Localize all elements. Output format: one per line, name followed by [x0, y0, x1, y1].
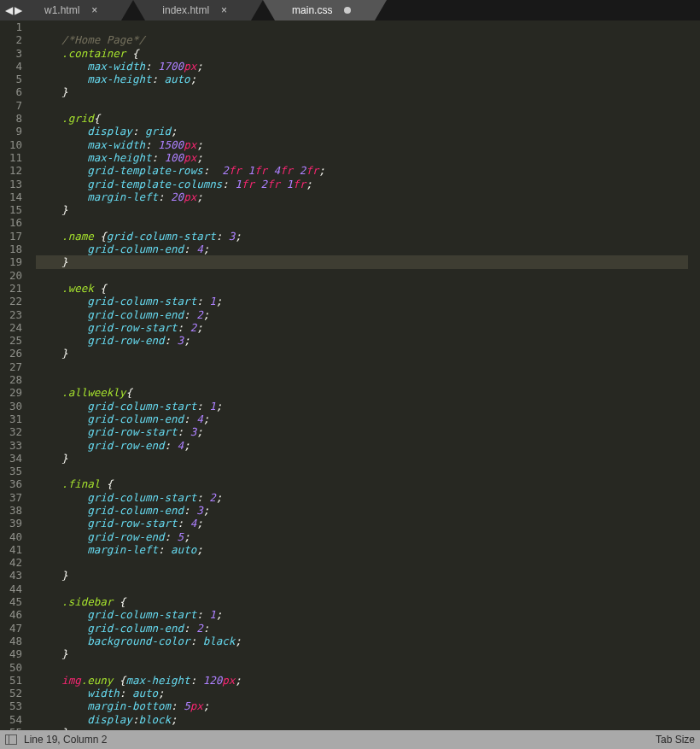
code-line[interactable]: [36, 661, 688, 674]
line-number: 22: [0, 295, 22, 307]
line-number: 33: [0, 439, 22, 452]
line-number: 51: [0, 674, 22, 687]
code-line[interactable]: max-width: 1700px;: [36, 60, 688, 73]
code-line[interactable]: display:block;: [36, 713, 688, 726]
code-line[interactable]: [36, 360, 688, 373]
close-icon[interactable]: ×: [221, 4, 227, 16]
code-line[interactable]: .grid{: [36, 112, 688, 125]
code-line[interactable]: }: [36, 452, 688, 465]
tab-main-css[interactable]: main.css: [275, 0, 375, 20]
code-line[interactable]: grid-template-rows: 2fr 1fr 4fr 2fr;: [36, 164, 688, 177]
code-line[interactable]: [36, 216, 688, 229]
code-line[interactable]: margin-bottom: 5px;: [36, 699, 688, 712]
code-line[interactable]: .sidebar {: [36, 595, 688, 608]
editor[interactable]: 1234567891011121314151617181920212223242…: [0, 20, 700, 730]
tab-slant: [251, 0, 263, 20]
line-number: 47: [0, 622, 22, 635]
code-line[interactable]: .week {: [36, 282, 688, 295]
nav-back-icon[interactable]: ◀: [5, 4, 13, 16]
code-line[interactable]: grid-column-start: 1;: [36, 608, 688, 621]
code-line[interactable]: grid-row-start: 2;: [36, 321, 688, 334]
code-line[interactable]: max-width: 1500px;: [36, 138, 688, 151]
code-line[interactable]: /*Home Page*/: [36, 33, 688, 46]
code-line[interactable]: margin-left: auto;: [36, 543, 688, 556]
code-line[interactable]: .name {grid-column-start: 3;: [36, 230, 688, 243]
code-line[interactable]: [36, 465, 688, 477]
code-line[interactable]: max-height: 100px;: [36, 151, 688, 164]
line-number: 4: [0, 60, 22, 73]
tab-slant: [375, 0, 387, 20]
minimap[interactable]: [688, 20, 700, 730]
code-line[interactable]: }: [36, 255, 688, 268]
nav-forward-icon[interactable]: ▶: [15, 4, 22, 16]
status-bar: Line 19, Column 2 Tab Size: [0, 730, 700, 749]
line-number: 29: [0, 386, 22, 399]
code-line[interactable]: [36, 269, 688, 282]
code-line[interactable]: grid-column-start: 2;: [36, 491, 688, 504]
code-line[interactable]: [36, 556, 688, 569]
line-number: 1: [0, 20, 22, 33]
code-line[interactable]: grid-column-end: 4;: [36, 413, 688, 425]
code-line[interactable]: grid-row-start: 4;: [36, 517, 688, 530]
line-number: 13: [0, 178, 22, 190]
code-line[interactable]: grid-row-end: 4;: [36, 439, 688, 452]
code-line[interactable]: grid-row-end: 3;: [36, 334, 688, 347]
line-number: 43: [0, 569, 22, 582]
line-number: 30: [0, 400, 22, 413]
toggle-sidebar-icon[interactable]: [5, 734, 17, 745]
code-line[interactable]: }: [36, 347, 688, 360]
code-line[interactable]: }: [36, 647, 688, 660]
line-number: 36: [0, 477, 22, 490]
line-number: 54: [0, 713, 22, 726]
tab-label: w1.html: [44, 4, 79, 16]
tab-w1-html[interactable]: w1.html ×: [27, 0, 121, 20]
line-number: 42: [0, 556, 22, 569]
line-number: 12: [0, 164, 22, 177]
line-number: 40: [0, 530, 22, 543]
line-number: 3: [0, 47, 22, 60]
code-line[interactable]: background-color: black;: [36, 635, 688, 647]
code-line[interactable]: .final {: [36, 477, 688, 490]
code-line[interactable]: }: [36, 85, 688, 98]
dirty-indicator-icon: [344, 7, 351, 14]
line-number: 48: [0, 635, 22, 647]
tab-slant: [263, 0, 275, 20]
code-line[interactable]: grid-template-columns: 1fr 2fr 1fr;: [36, 178, 688, 190]
close-icon[interactable]: ×: [91, 4, 97, 16]
code-line[interactable]: grid-row-end: 5;: [36, 530, 688, 543]
code-line[interactable]: grid-column-start: 1;: [36, 400, 688, 413]
code-line[interactable]: .container {: [36, 47, 688, 60]
code-line[interactable]: [36, 582, 688, 595]
line-number: 8: [0, 112, 22, 125]
code-line[interactable]: grid-column-end: 4;: [36, 243, 688, 255]
code-line[interactable]: img.euny {max-height: 120px;: [36, 674, 688, 687]
line-number: 45: [0, 595, 22, 608]
code-line[interactable]: max-height: auto;: [36, 73, 688, 85]
indentation-selector[interactable]: Tab Size: [656, 734, 695, 746]
line-number: 53: [0, 699, 22, 712]
code-area[interactable]: /*Home Page*/ .container { max-width: 17…: [29, 20, 688, 730]
code-line[interactable]: [36, 99, 688, 112]
line-number: 28: [0, 373, 22, 386]
code-line[interactable]: grid-column-end: 2;: [36, 308, 688, 321]
code-line[interactable]: width: auto;: [36, 687, 688, 699]
line-number: 31: [0, 413, 22, 425]
code-line[interactable]: display: grid;: [36, 125, 688, 138]
line-number: 9: [0, 125, 22, 138]
code-line[interactable]: grid-row-start: 3;: [36, 425, 688, 438]
line-number: 11: [0, 151, 22, 164]
line-number: 50: [0, 661, 22, 674]
code-line[interactable]: grid-column-end: 2:: [36, 622, 688, 635]
code-line[interactable]: [36, 373, 688, 386]
code-line[interactable]: }: [36, 569, 688, 582]
line-number: 15: [0, 203, 22, 216]
cursor-position[interactable]: Line 19, Column 2: [24, 734, 107, 746]
code-line[interactable]: grid-column-end: 3;: [36, 504, 688, 517]
code-line[interactable]: }: [36, 203, 688, 216]
code-line[interactable]: .allweekly{: [36, 386, 688, 399]
code-line[interactable]: [36, 20, 688, 33]
tab-history-nav[interactable]: ◀ ▶: [0, 0, 27, 20]
tab-index-html[interactable]: index.html ×: [145, 0, 251, 20]
code-line[interactable]: grid-column-start: 1;: [36, 295, 688, 307]
code-line[interactable]: margin-left: 20px;: [36, 190, 688, 203]
